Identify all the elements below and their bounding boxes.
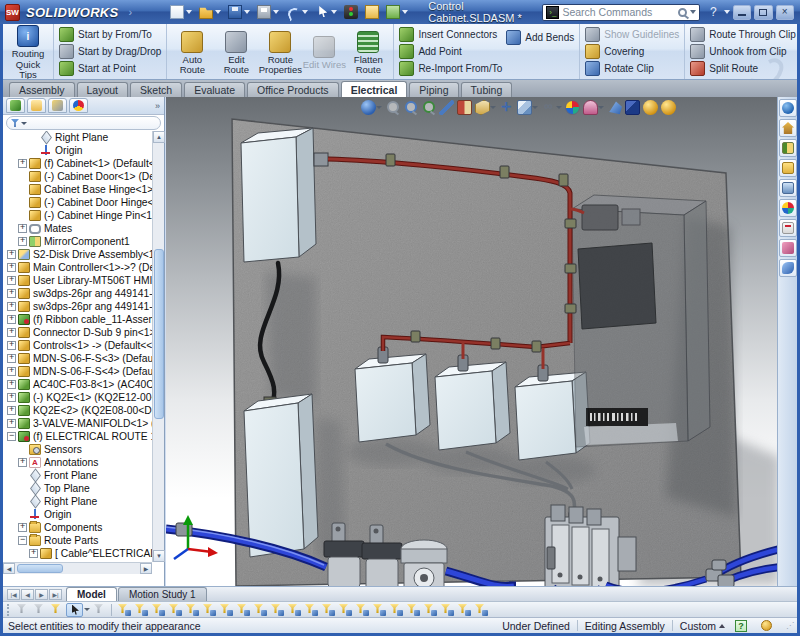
expand-plus-icon[interactable] <box>18 458 27 467</box>
tree-filter-bar[interactable] <box>6 116 161 130</box>
piping[interactable]: Piping <box>409 82 458 97</box>
filter-connection-points-icon[interactable] <box>456 603 471 616</box>
options-icon[interactable] <box>384 4 410 20</box>
panel-tabs-overflow[interactable]: » <box>155 101 160 111</box>
tree-vertical-scrollbar[interactable]: ▲ ▼ <box>152 131 164 562</box>
search-commands-box[interactable]: ›_ Search Commands <box>542 4 700 21</box>
expand-plus-icon[interactable] <box>18 523 27 532</box>
pan-icon[interactable]: ✛ <box>499 100 514 115</box>
route-through-clip-icon[interactable]: Route Through Clip <box>690 27 796 42</box>
filter-vertices-icon[interactable] <box>116 603 131 616</box>
tree-item[interactable]: Annotations <box>3 456 152 469</box>
resize-grip[interactable]: ⋰ <box>786 621 795 630</box>
scroll-left-icon[interactable]: ◀ <box>3 563 15 574</box>
tree-item[interactable]: (f) ELECTRICAL ROUTE 1<1> <box>3 430 152 443</box>
zoom-to-fit-icon[interactable] <box>403 100 418 115</box>
tree-item[interactable]: MirrorComponent1 <box>3 235 152 248</box>
expand-minus-icon[interactable] <box>7 432 16 441</box>
view-settings-icon[interactable] <box>607 100 622 115</box>
search-icon[interactable] <box>678 8 687 17</box>
zoom-to-selection-icon[interactable] <box>439 100 454 115</box>
tree-item[interactable]: (-) Cabinet Door<1> (Def <box>3 170 152 183</box>
home-icon[interactable] <box>779 119 797 137</box>
search-dropdown-icon[interactable] <box>690 10 696 14</box>
expand-minus-icon[interactable] <box>18 536 27 545</box>
toolbar-grip[interactable] <box>7 604 10 616</box>
close-button[interactable]: × <box>776 5 794 20</box>
tree-item[interactable]: Cabinet Base Hinge<1> ( <box>3 183 152 196</box>
sketch[interactable]: Sketch <box>130 82 182 97</box>
filter-surface-bodies-icon[interactable] <box>167 603 182 616</box>
tree-item[interactable]: User Library-MT506T HMI pa <box>3 274 152 287</box>
filter-invert-icon[interactable] <box>32 603 47 616</box>
expand-plus-icon[interactable] <box>7 328 16 337</box>
shadows-icon[interactable] <box>643 100 658 115</box>
zoom-previous-icon[interactable] <box>385 100 400 115</box>
tree-item[interactable]: Right Plane <box>3 495 152 508</box>
routing-quick-tips-button[interactable]: i Routing Quick Tips <box>6 24 50 80</box>
scroll-right-icon[interactable]: ▶ <box>140 563 152 574</box>
tree-item[interactable]: (f) Cabinet<1> (Default< <box>3 157 152 170</box>
start-at-point-icon[interactable]: Start at Point <box>59 61 161 76</box>
print-icon[interactable] <box>255 4 281 20</box>
featuremanager-tab[interactable] <box>6 98 25 113</box>
scroll-down-icon[interactable]: ▼ <box>153 550 165 562</box>
filter-centerlines-icon[interactable] <box>303 603 318 616</box>
file-properties-icon[interactable] <box>363 4 381 20</box>
undo-icon[interactable] <box>284 4 310 20</box>
appearances-scenes-icon[interactable] <box>779 199 797 217</box>
propertymanager-tab[interactable] <box>27 98 46 113</box>
expand-plus-icon[interactable] <box>7 315 16 324</box>
assembly[interactable]: Assembly <box>9 82 75 97</box>
select-dropdown-icon[interactable] <box>84 608 90 611</box>
tree-item[interactable]: Sensors <box>3 443 152 456</box>
help-button[interactable]: ? <box>710 5 717 19</box>
filter-faces-icon[interactable] <box>150 603 165 616</box>
motion-study-1[interactable]: Motion Study 1 <box>118 587 207 601</box>
units-selector[interactable]: Custom <box>680 620 725 632</box>
tree-item[interactable]: Controls<1> -> (Default<<D <box>3 339 152 352</box>
reimport-from-to-icon[interactable]: Re-Import From/To <box>399 61 502 76</box>
tubing[interactable]: Tubing <box>461 82 513 97</box>
filter-midpoints-icon[interactable] <box>269 603 284 616</box>
help-dropdown-icon[interactable] <box>724 10 730 14</box>
electrical[interactable]: Electrical <box>341 81 408 97</box>
expand-plus-icon[interactable] <box>18 159 27 168</box>
display-style-icon[interactable] <box>475 100 496 115</box>
tree-item[interactable]: MDN-S-06-F-S<3> (Default< <box>3 352 152 365</box>
insert-connectors-icon[interactable]: Insert Connectors <box>399 27 502 42</box>
vertical-scroll-thumb[interactable] <box>154 249 164 419</box>
zoom-to-area-icon[interactable] <box>421 100 436 115</box>
evaluate[interactable]: Evaluate <box>184 82 245 97</box>
filter-routing-points-icon[interactable] <box>473 603 488 616</box>
expand-plus-icon[interactable] <box>7 276 16 285</box>
add-bends-icon[interactable]: Add Bends <box>506 30 574 45</box>
expand-plus-icon[interactable] <box>7 302 16 311</box>
expand-plus-icon[interactable] <box>7 406 16 415</box>
save-icon[interactable] <box>226 4 252 20</box>
filter-toggle-icon[interactable] <box>15 603 30 616</box>
filter-dropdown-icon[interactable] <box>21 122 27 125</box>
tree-item[interactable]: (-) KQ2E<1> (KQ2E12-00<<D <box>3 391 152 404</box>
edit-route-icon[interactable]: Edit Route <box>214 28 258 76</box>
toolbar-expand-arrow[interactable]: › <box>129 6 133 18</box>
filter-datums-icon[interactable] <box>388 603 403 616</box>
tree-item[interactable]: MDN-S-06-F-S<4> (Default< <box>3 365 152 378</box>
hide-show-items-icon[interactable]: ∞ <box>541 100 562 115</box>
configurationmanager-tab[interactable] <box>48 98 67 113</box>
filter-dimensions-icon[interactable] <box>320 603 335 616</box>
filter-axes-icon[interactable] <box>201 603 216 616</box>
filter-smart-icon[interactable] <box>49 603 64 616</box>
tree-item[interactable]: (-) Cabinet Hinge Pin<1> <box>3 209 152 222</box>
filter-sketch-segments-icon[interactable] <box>252 603 267 616</box>
covering-icon[interactable]: Covering <box>585 44 679 59</box>
expand-plus-icon[interactable] <box>29 549 38 558</box>
start-from-to-icon[interactable]: Start by From/To <box>59 27 161 42</box>
filter-sketch-points-icon[interactable] <box>235 603 250 616</box>
new-document-icon[interactable] <box>168 4 194 20</box>
perspective-icon[interactable] <box>661 100 676 115</box>
filter-planes-icon[interactable] <box>218 603 233 616</box>
tree-item[interactable]: sw3dps-26pr ang 449141-6-1 <box>3 300 152 313</box>
section-view-icon[interactable] <box>457 100 472 115</box>
tree-item[interactable]: Components <box>3 521 152 534</box>
